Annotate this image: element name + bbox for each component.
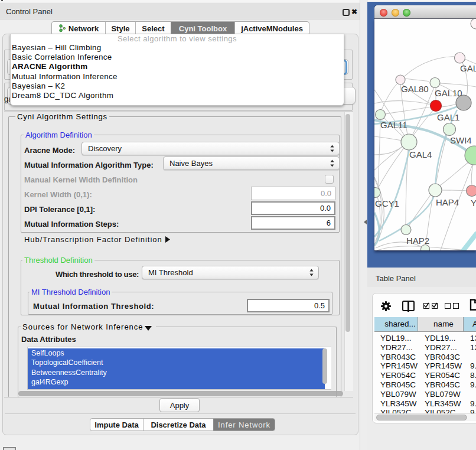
svg-text:HAP4: HAP4	[436, 197, 459, 207]
svg-text:GAL11: GAL11	[380, 120, 407, 130]
svg-text:GCY1: GCY1	[375, 198, 399, 208]
svg-text:GAL1: GAL1	[437, 112, 459, 122]
svg-text:Y: Y	[471, 198, 476, 208]
svg-text:SWI4: SWI4	[450, 135, 472, 145]
svg-text:GAL7: GAL7	[460, 63, 476, 73]
svg-text:HAP2: HAP2	[406, 236, 429, 246]
svg-text:GAL4: GAL4	[409, 149, 432, 159]
svg-text:GAL80: GAL80	[401, 84, 429, 94]
svg-text:GAL10: GAL10	[435, 88, 462, 98]
